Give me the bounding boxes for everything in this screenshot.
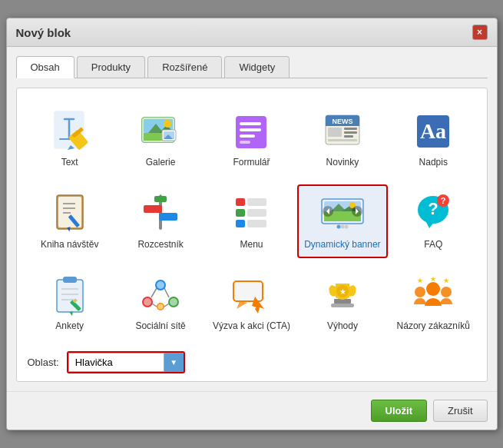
ankety-icon — [47, 274, 93, 316]
svg-rect-27 — [344, 135, 353, 138]
tab-obsah[interactable]: Obsah — [16, 56, 74, 78]
vyzva-k-akci-label: Výzva k akci (CTA) — [213, 320, 290, 333]
svg-rect-24 — [328, 128, 342, 137]
text-icon — [47, 110, 93, 152]
svg-point-59 — [340, 225, 344, 229]
svg-line-83 — [164, 288, 169, 297]
content-area: Text — [16, 88, 488, 382]
svg-line-85 — [164, 304, 169, 307]
svg-text:NEWS: NEWS — [332, 118, 352, 125]
dialog-body: Obsah Produkty Rozšířené Widgety — [7, 47, 497, 391]
svg-rect-16 — [240, 122, 261, 125]
novinky-icon: NEWS — [319, 110, 366, 152]
close-button[interactable]: × — [472, 25, 488, 40]
dialog-title: Nový blok — [16, 26, 71, 39]
svg-point-75 — [157, 281, 164, 289]
tab-bar: Obsah Produkty Rozšířené Widgety — [16, 56, 488, 78]
footer-row: Oblast: Hlavička Patička Postranní panel — [25, 351, 479, 373]
formular-label: Formulář — [233, 157, 270, 169]
formular-icon — [228, 110, 274, 152]
grid-item-nadpis[interactable]: Aa Nadpis — [388, 102, 478, 177]
svg-point-93 — [415, 287, 425, 297]
svg-rect-44 — [236, 209, 245, 217]
nazory-zakazniku-label: Názory zákazníků — [397, 320, 470, 333]
svg-point-58 — [336, 225, 340, 229]
svg-rect-45 — [247, 209, 266, 217]
nadpis-label: Nadpis — [419, 157, 448, 169]
nazory-zakazniku-icon: ★ ★ ★ — [410, 274, 456, 316]
svg-point-94 — [426, 282, 440, 296]
svg-marker-87 — [237, 301, 247, 309]
svg-rect-25 — [344, 128, 357, 130]
vyhody-icon: ★ — [319, 274, 366, 316]
socialni-site-label: Sociální sítě — [135, 320, 185, 333]
tab-rozsirene[interactable]: Rozšířené — [147, 56, 222, 78]
ankety-label: Ankety — [55, 320, 84, 333]
area-select-wrapper: Hlavička Patička Postranní panel — [67, 351, 185, 373]
rozcestnik-icon — [137, 192, 184, 234]
svg-marker-62 — [425, 221, 435, 228]
block-grid: Text — [25, 102, 479, 340]
svg-point-77 — [144, 298, 151, 306]
svg-point-60 — [344, 225, 348, 229]
svg-text:?: ? — [429, 199, 438, 218]
grid-item-text[interactable]: Text — [25, 102, 115, 177]
grid-item-rozcestnik[interactable]: Rozcestník — [115, 184, 206, 259]
svg-rect-18 — [240, 134, 255, 138]
vyhody-label: Výhody — [327, 320, 358, 333]
grid-item-formular[interactable]: Formulář — [206, 102, 296, 177]
svg-text:★: ★ — [417, 277, 423, 284]
grid-item-socialni-site[interactable]: Sociální sítě — [115, 266, 206, 340]
svg-text:★: ★ — [339, 287, 346, 296]
grid-item-ankety[interactable]: Ankety — [25, 266, 115, 340]
area-select[interactable]: Hlavička Patička Postranní panel — [68, 353, 184, 372]
cancel-button[interactable]: Zrušit — [433, 400, 488, 422]
svg-text:Aa: Aa — [420, 119, 446, 143]
faq-label: FAQ — [424, 239, 442, 251]
menu-label: Menu — [240, 239, 263, 251]
galerie-icon — [137, 110, 184, 152]
tab-produkty[interactable]: Produkty — [77, 56, 145, 78]
dialog: Nový blok × Obsah Produkty Rozšířené Wid… — [6, 18, 498, 430]
svg-rect-43 — [247, 198, 266, 206]
area-label: Oblast: — [28, 357, 59, 368]
svg-rect-46 — [236, 220, 245, 227]
grid-item-vyhody[interactable]: ★ Výhody — [297, 266, 388, 340]
svg-point-95 — [441, 287, 452, 297]
grid-item-novinky[interactable]: NEWS Novinky — [297, 102, 388, 177]
svg-text:?: ? — [441, 196, 446, 205]
text-label: Text — [61, 157, 78, 169]
vyzva-k-akci-icon — [228, 274, 274, 316]
svg-rect-17 — [240, 128, 261, 131]
svg-rect-28 — [328, 139, 357, 141]
galerie-label: Galerie — [146, 157, 176, 169]
svg-rect-42 — [236, 198, 245, 206]
dynamicky-banner-icon — [319, 192, 366, 234]
grid-item-faq[interactable]: ? ? FAQ — [388, 184, 478, 259]
dialog-footer: Uložit Zrušit — [7, 391, 497, 430]
svg-rect-86 — [233, 281, 263, 301]
novinky-label: Novinky — [326, 157, 359, 169]
dynamicky-banner-label: Dynamický banner — [304, 239, 380, 251]
grid-item-vyzva-k-akci[interactable]: Výzva k akci (CTA) — [206, 266, 296, 340]
tab-widgety[interactable]: Widgety — [224, 56, 290, 78]
svg-rect-26 — [344, 131, 357, 134]
faq-icon: ? ? — [410, 192, 456, 234]
rozcestnik-label: Rozcestník — [137, 239, 183, 251]
grid-item-galerie[interactable]: Galerie — [115, 102, 206, 177]
svg-point-79 — [170, 298, 177, 306]
svg-rect-90 — [331, 304, 354, 307]
svg-text:★: ★ — [430, 275, 436, 283]
grid-item-dynamicky-banner[interactable]: Dynamický banner — [297, 184, 388, 259]
grid-item-menu[interactable]: Menu — [206, 184, 296, 259]
menu-icon — [228, 192, 274, 234]
grid-item-kniha-navstev[interactable]: Kniha návštěv — [25, 184, 115, 259]
save-button[interactable]: Uložit — [371, 400, 427, 422]
grid-item-nazory-zakazniku[interactable]: ★ ★ ★ Názory zákazníků — [388, 266, 478, 340]
kniha-navstev-icon — [47, 192, 93, 234]
dialog-header: Nový blok × — [7, 18, 497, 47]
svg-text:★: ★ — [443, 277, 449, 284]
svg-point-11 — [164, 120, 171, 128]
svg-line-84 — [152, 304, 157, 307]
svg-point-81 — [158, 304, 164, 309]
